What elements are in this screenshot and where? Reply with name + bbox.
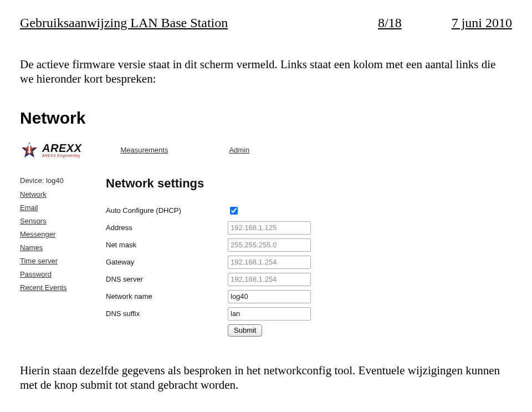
label-dhcp: Auto Configure (DHCP) <box>106 206 228 215</box>
settings-title: Network settings <box>106 176 413 191</box>
logo-text: AREXX AREXX Engineering <box>42 143 81 157</box>
label-netmask: Net mask <box>106 241 228 249</box>
row-submit: Submit <box>228 324 413 337</box>
main-settings: Network settings Auto Configure (DHCP) A… <box>106 176 413 337</box>
section-heading: Network <box>20 109 512 128</box>
sidebar-item-messenger[interactable]: Messenger <box>20 230 106 238</box>
page-number: 8/18 <box>378 16 402 30</box>
logo-subtitle: AREXX Engineering <box>42 154 81 157</box>
logo-icon <box>20 141 39 160</box>
top-nav: AREXX AREXX Engineering Measurements Adm… <box>20 138 413 163</box>
sidebar-item-time-server[interactable]: Time server <box>20 257 106 265</box>
nav-admin[interactable]: Admin <box>229 146 249 154</box>
svg-marker-3 <box>28 143 31 146</box>
name-input[interactable] <box>228 290 311 303</box>
sidebar-item-password[interactable]: Password <box>20 270 106 278</box>
nav-measurements[interactable]: Measurements <box>120 146 168 154</box>
row-dns: DNS server <box>106 273 413 286</box>
row-netmask: Net mask <box>106 238 413 252</box>
page-header: Gebruiksaanwijzing LAN Base Station 8/18… <box>20 16 512 30</box>
label-address: Address <box>106 223 228 232</box>
sidebar-item-names[interactable]: Names <box>20 243 106 252</box>
device-label: Device: log40 <box>20 176 106 185</box>
gateway-input[interactable] <box>228 256 311 269</box>
sidebar-item-sensors[interactable]: Sensors <box>20 217 106 225</box>
label-name: Network name <box>106 292 228 301</box>
row-suffix: DNS suffix <box>106 307 413 321</box>
label-gateway: Gateway <box>106 258 228 266</box>
row-gateway: Gateway <box>106 256 413 269</box>
arexx-logo: AREXX AREXX Engineering <box>20 141 81 160</box>
netmask-input[interactable] <box>228 238 311 252</box>
row-dhcp: Auto Configure (DHCP) <box>106 204 413 217</box>
doc-title: Gebruiksaanwijzing LAN Base Station <box>20 16 228 30</box>
svg-rect-2 <box>29 145 30 152</box>
label-suffix: DNS suffix <box>106 309 228 318</box>
row-name: Network name <box>106 290 413 303</box>
outro-paragraph: Hierin staan dezelfde gegevens als bespr… <box>20 363 512 393</box>
intro-paragraph: De actieve firmware versie staat in dit … <box>20 57 512 87</box>
submit-button[interactable]: Submit <box>228 324 262 337</box>
address-input[interactable] <box>228 221 311 235</box>
screenshot-panel: AREXX AREXX Engineering Measurements Adm… <box>20 138 413 337</box>
sidebar-item-email[interactable]: Email <box>20 204 106 212</box>
label-dns: DNS server <box>106 275 228 283</box>
dhcp-checkbox[interactable] <box>230 207 238 215</box>
logo-brand: AREXX <box>42 143 81 154</box>
sidebar-item-network[interactable]: Network <box>20 190 106 199</box>
doc-date: 7 juni 2010 <box>452 16 512 30</box>
sidebar-item-recent-events[interactable]: Recent Events <box>20 283 106 292</box>
panel-body: Device: log40 Network Email Sensors Mess… <box>20 176 413 337</box>
row-address: Address <box>106 221 413 235</box>
sidebar: Device: log40 Network Email Sensors Mess… <box>20 176 106 337</box>
suffix-input[interactable] <box>228 307 311 321</box>
dns-input[interactable] <box>228 273 311 286</box>
